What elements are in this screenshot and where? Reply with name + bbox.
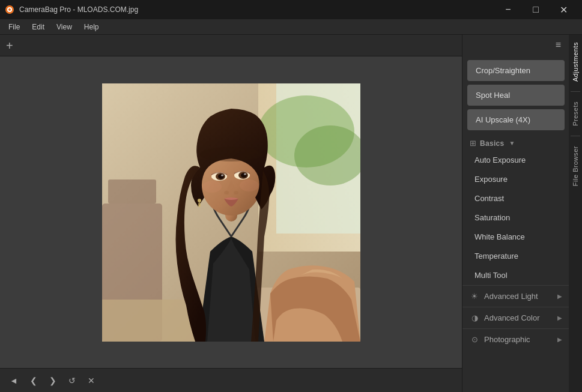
contrast-item[interactable]: Contrast	[466, 189, 566, 208]
advanced-light-label: Advanced Light	[484, 292, 553, 301]
tool-buttons-wrap: Crop/Straighten Spot Heal AI Upscale (4X…	[462, 55, 569, 130]
saturation-item[interactable]: Saturation	[466, 208, 566, 227]
photo-svg	[102, 83, 360, 342]
white-balance-item[interactable]: White Balance	[466, 228, 566, 246]
panel-content: ≡ Crop/Straighten Spot Heal AI Upscale (…	[462, 35, 569, 392]
menubar: File Edit View Help	[0, 19, 582, 35]
tab-file-browser[interactable]: File Browser	[569, 139, 581, 193]
right-arrow-button[interactable]: ❯	[46, 373, 60, 388]
svg-point-27	[202, 181, 222, 193]
right-panel: ≡ Crop/Straighten Spot Heal AI Upscale (…	[462, 35, 582, 392]
svg-point-2	[8, 8, 11, 11]
basics-section-header[interactable]: ⊞ Basics ▼	[462, 134, 569, 150]
sun-icon: ☀	[470, 292, 479, 301]
photographic-label: Photographic	[484, 335, 553, 344]
image-viewport	[0, 56, 462, 368]
multi-tool-item[interactable]: Multi Tool	[466, 266, 566, 285]
svg-point-18	[221, 174, 223, 176]
photo-canvas	[102, 83, 360, 342]
camera-circle-icon: ⊙	[470, 335, 479, 344]
svg-point-25	[198, 199, 201, 202]
menu-help[interactable]: Help	[78, 20, 105, 34]
tab-separator-2	[571, 136, 580, 136]
left-arrow-button[interactable]: ❮	[26, 373, 41, 388]
titlebar-left: CameraBag Pro - MLOADS.COM.jpg	[5, 5, 138, 14]
menu-edit[interactable]: Edit	[26, 20, 50, 34]
titlebar-controls: − □ ✕	[494, 0, 577, 19]
sliders-icon: ⊞	[470, 139, 476, 148]
basics-label: Basics	[480, 139, 505, 148]
tab-strip: Adjustments Presets File Browser	[569, 35, 582, 392]
exposure-item[interactable]: Exposure	[466, 170, 566, 188]
crop-straighten-button[interactable]: Crop/Straighten	[467, 60, 565, 81]
canvas-toolbar: +	[0, 35, 462, 56]
photographic-row[interactable]: ⊙ Photographic ▶	[462, 328, 569, 350]
main-container: +	[0, 35, 582, 392]
add-button[interactable]: +	[6, 40, 13, 52]
spot-heal-button[interactable]: Spot Heal	[467, 85, 565, 106]
menu-view[interactable]: View	[50, 20, 78, 34]
svg-point-14	[200, 147, 262, 161]
advanced-light-arrow: ▶	[557, 293, 562, 300]
photographic-arrow: ▶	[557, 336, 562, 343]
minimize-button[interactable]: −	[494, 0, 522, 19]
bottom-strip: ◄ ❮ ❯ ↺ ✕	[0, 368, 462, 392]
tab-separator-1	[571, 91, 580, 92]
tab-presets[interactable]: Presets	[569, 94, 581, 133]
basics-arrow: ▼	[509, 140, 515, 146]
temperature-item[interactable]: Temperature	[466, 247, 566, 265]
svg-point-23	[224, 191, 229, 194]
svg-rect-9	[108, 179, 156, 204]
hamburger-button[interactable]: ≡	[552, 38, 565, 52]
prev-arrow-button[interactable]: ◄	[6, 373, 22, 388]
tab-adjustments[interactable]: Adjustments	[569, 35, 581, 89]
auto-exposure-item[interactable]: Auto Exposure	[466, 151, 566, 169]
canvas-area: +	[0, 35, 462, 392]
color-icon: ◑	[470, 313, 479, 322]
svg-point-22	[244, 173, 246, 175]
advanced-color-label: Advanced Color	[484, 313, 553, 322]
svg-point-28	[240, 179, 259, 191]
dismiss-button[interactable]: ✕	[84, 373, 99, 388]
close-button[interactable]: ✕	[550, 0, 577, 19]
svg-point-24	[234, 191, 238, 194]
app-icon	[5, 5, 14, 14]
maximize-button[interactable]: □	[522, 0, 550, 19]
advanced-color-row[interactable]: ◑ Advanced Color ▶	[462, 307, 569, 328]
advanced-color-arrow: ▶	[557, 315, 562, 321]
hamburger-area: ≡	[462, 35, 569, 55]
titlebar-title: CameraBag Pro - MLOADS.COM.jpg	[19, 5, 138, 14]
advanced-light-row[interactable]: ☀ Advanced Light ▶	[462, 285, 569, 307]
menu-file[interactable]: File	[2, 20, 26, 34]
svg-point-26	[198, 202, 201, 207]
reset-button[interactable]: ↺	[65, 373, 79, 388]
ai-upscale-button[interactable]: AI Upscale (4X)	[467, 109, 565, 130]
titlebar: CameraBag Pro - MLOADS.COM.jpg − □ ✕	[0, 0, 582, 19]
